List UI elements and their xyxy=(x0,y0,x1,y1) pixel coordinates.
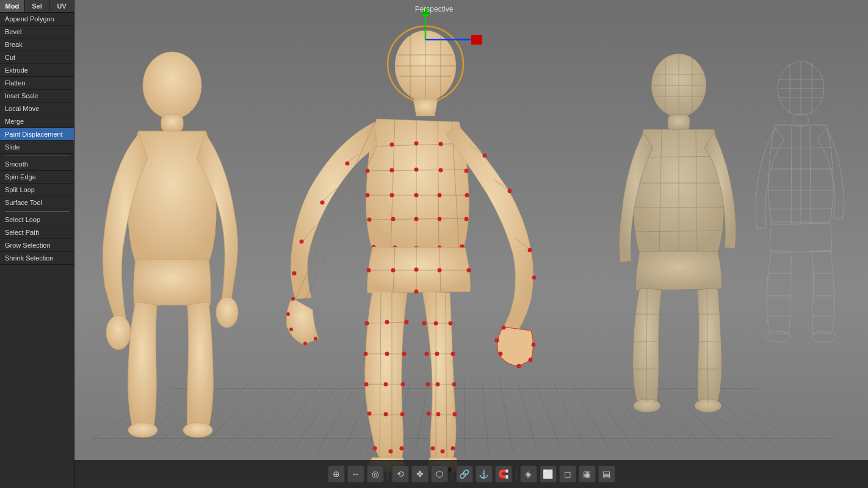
svg-point-176 xyxy=(812,331,836,342)
viewport-label: Perspective xyxy=(415,5,454,13)
svg-point-128 xyxy=(436,412,441,417)
svg-point-85 xyxy=(414,268,419,272)
svg-point-69 xyxy=(483,154,487,158)
menu-separator-1 xyxy=(5,156,69,156)
tab-row: Mod Sel UV xyxy=(0,0,74,13)
menu-item-slide[interactable]: Slide xyxy=(0,141,74,154)
svg-point-5 xyxy=(183,423,212,437)
svg-point-98 xyxy=(364,352,368,356)
menu-item-extrude[interactable]: Extrude xyxy=(0,64,74,77)
figure-shaded-wireframe xyxy=(593,37,764,427)
svg-point-84 xyxy=(391,268,396,273)
tab-sel[interactable]: Sel xyxy=(25,0,50,12)
menu-item-shrink-selection[interactable]: Shrink Selection xyxy=(0,252,74,265)
toolbar-icon-7[interactable]: 🔗 xyxy=(456,465,473,483)
svg-point-107 xyxy=(373,447,377,451)
svg-point-118 xyxy=(422,321,427,326)
figure-wireframe-only xyxy=(740,49,862,403)
svg-point-65 xyxy=(314,337,317,340)
toolbar-icon-13[interactable]: ▦ xyxy=(579,465,596,483)
menu-item-append-polygon[interactable]: Append Polygon xyxy=(0,13,74,26)
menu-item-paint-displacement[interactable]: Paint Displacement xyxy=(0,128,74,141)
toolbar-icon-6[interactable]: ⬡ xyxy=(431,465,448,483)
menu-separator-2 xyxy=(5,211,69,212)
svg-point-4 xyxy=(128,423,157,437)
toolbar-icon-9[interactable]: 🧲 xyxy=(495,465,512,483)
svg-point-29 xyxy=(414,142,419,146)
menu-item-bevel[interactable]: Bevel xyxy=(0,26,74,38)
svg-rect-142 xyxy=(668,115,690,131)
svg-point-46 xyxy=(465,217,469,221)
svg-point-72 xyxy=(532,276,537,280)
menu-item-cut[interactable]: Cut xyxy=(0,51,74,64)
svg-point-86 xyxy=(438,268,442,273)
toolbar-icon-14[interactable]: ▤ xyxy=(598,465,615,483)
svg-point-38 xyxy=(390,193,394,198)
menu-item-smooth[interactable]: Smooth xyxy=(0,158,74,171)
svg-point-119 xyxy=(434,321,438,326)
svg-point-120 xyxy=(449,321,453,326)
svg-point-57 xyxy=(345,162,350,166)
svg-point-76 xyxy=(517,364,521,368)
svg-point-59 xyxy=(300,240,304,244)
svg-point-124 xyxy=(426,382,430,387)
svg-point-3 xyxy=(216,297,238,328)
toolbar-icon-8[interactable]: ⚓ xyxy=(476,465,493,483)
svg-point-45 xyxy=(438,217,442,221)
svg-point-41 xyxy=(465,193,469,198)
svg-point-103 xyxy=(401,382,405,387)
svg-point-125 xyxy=(436,382,440,387)
svg-point-36 xyxy=(465,169,469,173)
menu-item-local-move[interactable]: Local Move xyxy=(0,102,74,115)
toolbar-separator-2 xyxy=(452,467,452,481)
svg-point-127 xyxy=(427,412,431,416)
tab-uv[interactable]: UV xyxy=(49,0,74,12)
svg-point-43 xyxy=(391,217,396,221)
svg-point-37 xyxy=(366,193,370,198)
toolbar-icon-5[interactable]: ✥ xyxy=(411,465,429,483)
svg-point-33 xyxy=(390,168,394,173)
svg-point-64 xyxy=(303,342,307,345)
menu-item-flatten[interactable]: Flatten xyxy=(0,77,74,90)
menu-item-select-path[interactable]: Select Path xyxy=(0,226,74,239)
menu-item-split-loop[interactable]: Split Loop xyxy=(0,184,74,196)
toolbar-separator-1 xyxy=(388,467,388,481)
svg-point-44 xyxy=(414,217,419,221)
toolbar-icon-4[interactable]: ⟲ xyxy=(392,465,409,483)
svg-point-77 xyxy=(529,358,533,362)
toolbar-icon-2[interactable]: ↔ xyxy=(347,465,364,483)
toolbar-icon-11[interactable]: ⬜ xyxy=(540,465,557,483)
tab-mod[interactable]: Mod xyxy=(0,0,25,12)
svg-point-61 xyxy=(291,297,295,301)
svg-point-70 xyxy=(508,189,512,193)
svg-point-60 xyxy=(292,271,297,276)
svg-point-101 xyxy=(364,382,369,387)
toolbar-separator-3 xyxy=(516,467,516,481)
svg-point-106 xyxy=(400,412,405,417)
figures-area xyxy=(74,0,868,464)
svg-point-35 xyxy=(439,168,443,173)
svg-point-129 xyxy=(453,412,457,417)
menu-item-grow-selection[interactable]: Grow Selection xyxy=(0,239,74,252)
svg-point-78 xyxy=(532,343,536,347)
menu-item-surface-tool[interactable]: Surface Tool xyxy=(0,196,74,209)
viewport[interactable]: Perspective xyxy=(0,0,868,488)
svg-point-96 xyxy=(385,320,389,325)
svg-rect-167 xyxy=(794,114,808,126)
toolbar-icon-12[interactable]: ◻ xyxy=(559,465,576,483)
toolbar-icon-10[interactable]: ◈ xyxy=(520,465,537,483)
svg-point-123 xyxy=(451,352,455,356)
svg-point-74 xyxy=(495,339,499,343)
menu-item-merge[interactable]: Merge xyxy=(0,115,74,128)
toolbar-icon-3[interactable]: ◎ xyxy=(367,465,384,483)
svg-point-121 xyxy=(425,352,429,356)
svg-point-131 xyxy=(441,450,445,454)
svg-point-130 xyxy=(431,447,435,451)
menu-item-spin-edge[interactable]: Spin Edge xyxy=(0,171,74,184)
toolbar-icon-1[interactable]: ⊕ xyxy=(328,465,345,483)
svg-point-28 xyxy=(390,143,394,147)
menu-item-inset-scale[interactable]: Inset Scale xyxy=(0,90,74,102)
menu-item-select-loop[interactable]: Select Loop xyxy=(0,214,74,226)
svg-point-87 xyxy=(467,268,471,273)
menu-item-break[interactable]: Break xyxy=(0,38,74,51)
